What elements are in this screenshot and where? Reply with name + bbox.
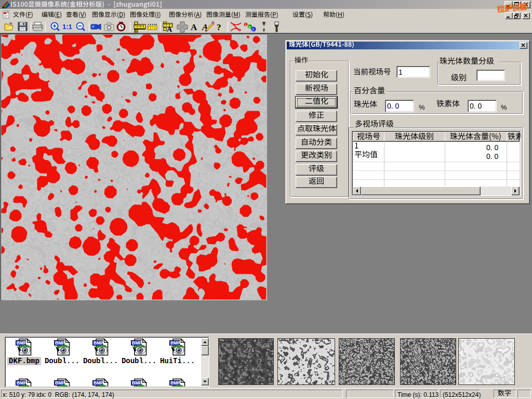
svg-text:A: A (167, 25, 172, 33)
svg-text:3: 3 (252, 28, 254, 31)
svg-text:a: a (248, 25, 250, 29)
svg-text:A: A (202, 22, 208, 32)
svg-text:1:1: 1:1 (62, 23, 72, 31)
svg-text:?: ? (217, 22, 221, 32)
svg-text:A: A (191, 22, 197, 32)
svg-text:1: 1 (245, 23, 247, 26)
